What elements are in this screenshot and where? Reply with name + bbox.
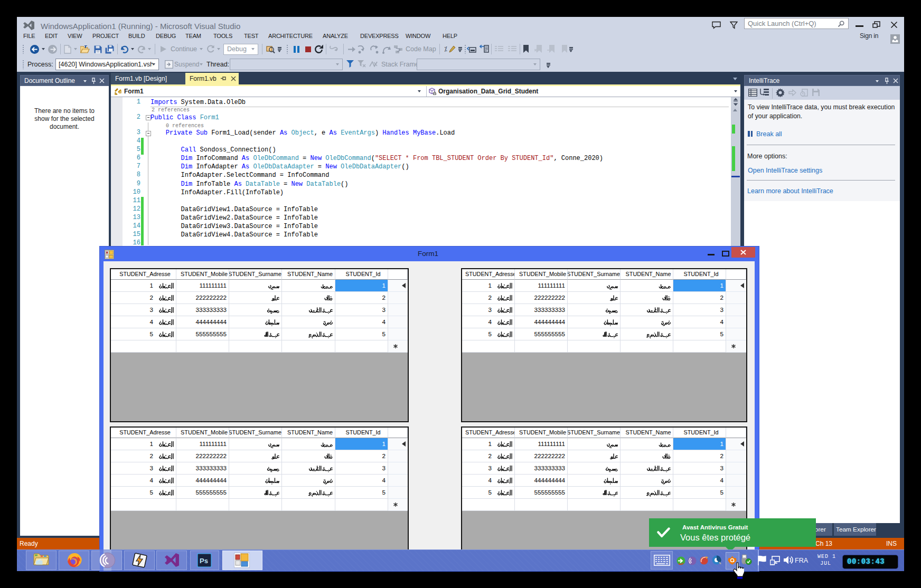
svg-text:Ps: Ps [200, 557, 208, 565]
